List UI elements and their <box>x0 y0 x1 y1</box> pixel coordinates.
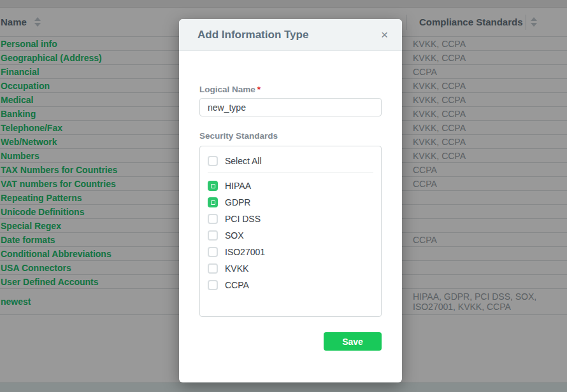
standard-option-row[interactable]: SOX <box>208 227 373 244</box>
dialog-header: Add Information Type × <box>179 19 402 51</box>
standard-option-row[interactable]: PCI DSS <box>208 211 373 227</box>
checkbox[interactable] <box>208 263 218 274</box>
standard-option-row[interactable]: GDPR <box>208 194 373 211</box>
logical-name-input[interactable] <box>199 98 382 116</box>
standard-option-row[interactable]: CCPA <box>208 277 373 293</box>
security-standards-label: Security Standards <box>199 131 382 141</box>
checkbox-label: GDPR <box>225 197 250 207</box>
select-all-row[interactable]: Select All <box>208 153 373 169</box>
list-divider <box>208 172 373 173</box>
standards-options: HIPAA GDPR PCI DSS SOX ISO27001 KVKK CCP… <box>208 178 373 293</box>
select-all-checkbox[interactable] <box>208 156 218 166</box>
standard-option-row[interactable]: KVKK <box>208 260 373 277</box>
checkbox[interactable] <box>208 181 218 191</box>
checkbox[interactable] <box>208 247 218 257</box>
checkbox-label: HIPAA <box>225 181 251 191</box>
dialog-actions: Save <box>199 332 382 351</box>
checkbox-label: CCPA <box>225 280 249 290</box>
checkbox-label: KVKK <box>225 263 248 274</box>
dialog-title: Add Information Type <box>197 29 308 41</box>
checkbox[interactable] <box>208 280 218 290</box>
save-button[interactable]: Save <box>324 332 382 351</box>
checkbox-label: PCI DSS <box>225 214 261 224</box>
checkbox[interactable] <box>208 230 218 241</box>
logical-name-label: Logical Name* <box>199 85 382 94</box>
checkbox[interactable] <box>208 197 218 207</box>
checkbox-label: Select All <box>225 156 262 166</box>
dialog-body: Logical Name* Security Standards Select … <box>179 85 402 351</box>
standard-option-row[interactable]: HIPAA <box>208 178 373 194</box>
close-icon[interactable]: × <box>378 27 391 42</box>
standard-option-row[interactable]: ISO27001 <box>208 244 373 260</box>
checkbox[interactable] <box>208 214 218 224</box>
checkbox-label: SOX <box>225 230 244 241</box>
required-marker: * <box>257 85 261 94</box>
add-information-type-dialog: Add Information Type × Logical Name* Sec… <box>179 19 402 382</box>
checkbox-label: ISO27001 <box>225 247 265 257</box>
standards-list: Select All HIPAA GDPR PCI DSS SOX ISO270… <box>199 146 382 317</box>
